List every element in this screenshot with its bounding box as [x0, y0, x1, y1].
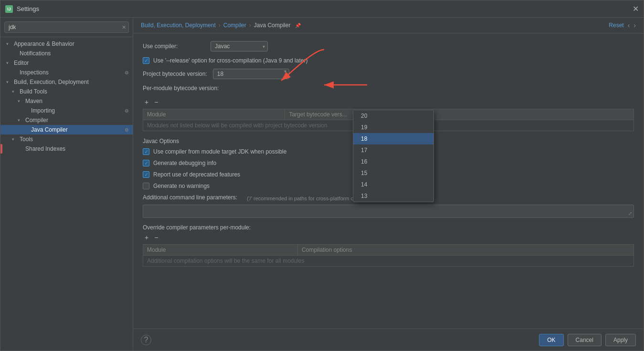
sidebar-item-editor[interactable]: ▾ Editor — [0, 58, 133, 68]
app-icon: IJ — [5, 5, 13, 13]
dropdown-option-15[interactable]: 15 — [353, 167, 433, 179]
dropdown-option-19[interactable]: 19 — [353, 122, 433, 133]
cmd-input-wrapper: ⤢ — [143, 205, 634, 218]
sidebar-item-label: Inspections — [20, 69, 49, 76]
check-icon: ✓ — [144, 160, 148, 166]
generate-no-warnings-checkbox[interactable] — [143, 183, 149, 189]
check-icon: ✓ — [144, 58, 148, 64]
settings-icon: ⚙ — [125, 127, 129, 133]
footer: ? OK Cancel Apply — [133, 329, 644, 351]
sidebar-item-appearance-behavior[interactable]: ▾ Appearance & Behavior — [0, 39, 133, 49]
sidebar-item-tools[interactable]: ▾ Tools — [0, 134, 133, 144]
title-bar: IJ Settings ✕ — [0, 0, 644, 18]
use-compiler-module-label: Use compiler from module target JDK when… — [153, 148, 286, 155]
sidebar-item-maven[interactable]: ▾ Maven — [0, 96, 133, 106]
additional-compilation-msg: Additional compilation options will be t… — [143, 256, 634, 267]
additional-cmd-label: Additional command line parameters: — [143, 194, 237, 201]
main-content-area: jdk ✕ ▾ Appearance & Behavior Notificati… — [0, 18, 644, 351]
search-wrapper: jdk ✕ — [4, 21, 129, 33]
override-table: Module Compilation options Additional co… — [143, 244, 634, 267]
use-release-checkbox[interactable]: ✓ — [143, 57, 149, 64]
expand-icon[interactable]: ⤢ — [628, 211, 632, 216]
version-select[interactable]: 18 — [213, 69, 289, 79]
sidebar-item-label: Java Compiler — [31, 126, 68, 133]
override-table-toolbar: + − — [143, 233, 634, 242]
module-table-toolbar: + − — [143, 97, 634, 107]
generate-no-warnings-label: Generate no warnings — [153, 183, 210, 189]
override-compiler-label: Override compiler parameters per-module: — [143, 224, 251, 231]
sidebar-item-compiler[interactable]: ▾ Compiler — [0, 115, 133, 125]
report-deprecated-label: Report use of deprecated features — [153, 171, 240, 178]
breadcrumb: Build, Execution, Deployment › Compiler … — [133, 18, 644, 33]
breadcrumb-link-build[interactable]: Build, Execution, Deployment — [141, 22, 216, 29]
project-bytecode-row: Project bytecode version: 18 ▾ — [143, 69, 634, 79]
expand-icon: ▾ — [6, 80, 12, 84]
bytecode-version-dropdown: 20 19 18 17 16 15 14 13 — [353, 110, 434, 202]
expand-icon: ▾ — [6, 61, 12, 65]
sidebar-item-inspections[interactable]: Inspections ⚙ — [0, 68, 133, 77]
sidebar-item-shared-indexes[interactable]: Shared Indexes — [0, 144, 133, 154]
sidebar-item-build-tools[interactable]: ▾ Build Tools — [0, 87, 133, 96]
report-deprecated-checkbox[interactable]: ✓ — [143, 171, 149, 178]
override-compiler-section: Override compiler parameters per-module:… — [143, 224, 634, 267]
breadcrumb-current: Java Compiler — [254, 22, 291, 29]
sidebar-tree: ▾ Appearance & Behavior Notifications ▾ … — [0, 37, 133, 351]
add-override-button[interactable]: + — [143, 233, 150, 242]
breadcrumb-separator: › — [219, 22, 221, 29]
sidebar-item-label: Tools — [20, 136, 33, 143]
sidebar-item-java-compiler[interactable]: Java Compiler ⚙ — [0, 125, 133, 134]
dropdown-option-14[interactable]: 14 — [353, 179, 433, 190]
per-module-label-row: Per-module bytecode version: — [143, 85, 634, 92]
pin-icon[interactable]: 📌 — [295, 23, 301, 28]
remove-override-button[interactable]: − — [152, 233, 160, 242]
use-compiler-module-checkbox[interactable]: ✓ — [143, 148, 149, 155]
nav-forward-button[interactable]: › — [633, 21, 636, 29]
compilation-options-col-header: Compilation options — [298, 245, 634, 256]
dropdown-option-17[interactable]: 17 — [353, 145, 433, 156]
clear-search-icon[interactable]: ✕ — [122, 24, 126, 31]
settings-window: IJ Settings ✕ jdk ✕ ▾ Appearance & Behav… — [0, 0, 644, 351]
compiler-select[interactable]: Javac — [211, 41, 268, 52]
breadcrumb-link-compiler[interactable]: Compiler — [223, 22, 246, 29]
main-body: Use compiler: Javac ▾ — [133, 33, 644, 329]
nav-back-button[interactable]: ‹ — [628, 21, 630, 29]
breadcrumb-separator: › — [249, 22, 251, 29]
search-input[interactable]: jdk — [4, 21, 129, 33]
reset-nav: Reset ‹ › — [609, 21, 636, 29]
close-button[interactable]: ✕ — [633, 4, 639, 13]
title-bar-left: IJ Settings — [5, 5, 39, 13]
settings-icon: ⚙ — [125, 108, 129, 114]
expand-icon: ▾ — [18, 99, 23, 103]
dropdown-option-20[interactable]: 20 — [353, 110, 433, 122]
sidebar-item-label: Build Tools — [20, 88, 47, 95]
dropdown-option-18[interactable]: 18 — [353, 133, 433, 145]
sidebar-item-label: Editor — [14, 60, 29, 66]
sidebar-item-label: Appearance & Behavior — [14, 41, 74, 47]
expand-icon: ▾ — [12, 137, 18, 142]
use-compiler-row: Use compiler: Javac ▾ — [143, 41, 634, 52]
ok-button[interactable]: OK — [539, 334, 563, 346]
module-col-header: Module — [143, 109, 285, 120]
dropdown-option-13[interactable]: 13 — [353, 190, 433, 202]
add-module-button[interactable]: + — [143, 97, 150, 107]
cancel-button[interactable]: Cancel — [568, 334, 602, 346]
expand-icon: ▾ — [18, 118, 23, 123]
sidebar-item-label: Shared Indexes — [25, 145, 65, 152]
dropdown-option-16[interactable]: 16 — [353, 156, 433, 167]
cmd-input[interactable] — [143, 205, 634, 218]
expand-icon: ▾ — [12, 89, 18, 94]
sidebar-item-build-execution-deployment[interactable]: ▾ Build, Execution, Deployment — [0, 77, 133, 87]
reset-button[interactable]: Reset — [609, 22, 623, 29]
project-bytecode-label: Project bytecode version: — [143, 71, 207, 77]
sidebar-item-label: Maven — [25, 98, 42, 104]
help-button[interactable]: ? — [141, 335, 151, 345]
sidebar-item-notifications[interactable]: Notifications — [0, 49, 133, 58]
expand-icon: ▾ — [6, 41, 12, 46]
remove-module-button[interactable]: − — [152, 97, 160, 107]
apply-button[interactable]: Apply — [605, 334, 636, 346]
red-marker — [0, 144, 2, 154]
sidebar-item-importing[interactable]: Importing ⚙ — [0, 106, 133, 115]
generate-debugging-label: Generate debugging info — [153, 160, 216, 166]
generate-debugging-checkbox[interactable]: ✓ — [143, 160, 149, 166]
sidebar-item-label: Compiler — [25, 117, 48, 124]
